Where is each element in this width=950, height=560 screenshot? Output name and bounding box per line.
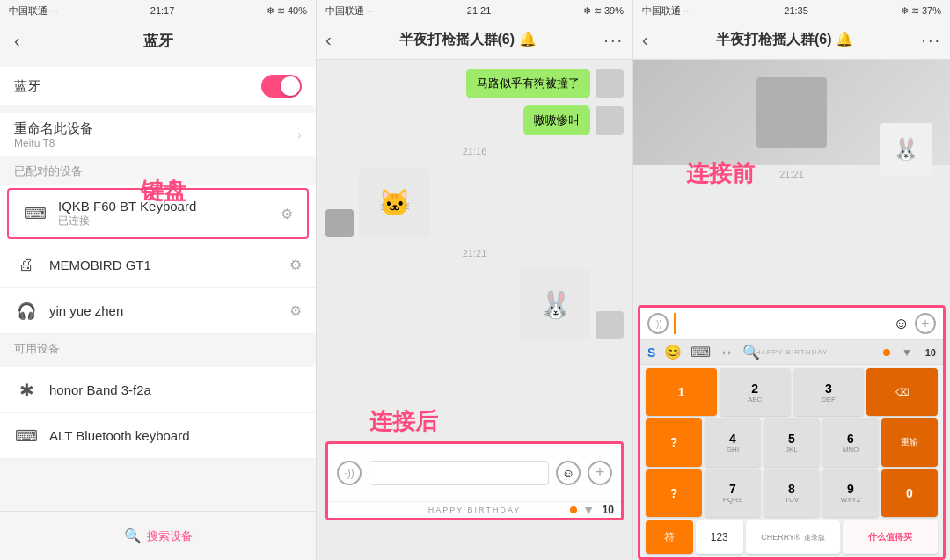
paired-device-row-3[interactable]: 🎧 yin yue zhen ⚙ <box>0 288 316 334</box>
keyboard-icon-2: ⌨ <box>14 424 39 448</box>
chat-more-3[interactable]: ··· <box>921 30 941 50</box>
search-label: 搜索设备 <box>147 528 193 544</box>
kb-key-num-5: 5 <box>788 432 795 446</box>
kb-key-3[interactable]: 3 DEF <box>793 368 865 416</box>
toggle-knob <box>281 76 300 96</box>
carrier-1: 中国联通 ··· <box>9 4 58 18</box>
back-button-3[interactable]: ‹ <box>642 30 648 50</box>
kb-key-2[interactable]: 2 ABC <box>720 368 791 416</box>
icons-3: ❄ ≋ 37% <box>901 5 941 17</box>
kb-key-num-9: 9 <box>847 482 854 496</box>
chat-title-3: 半夜打枪摇人群(6) 🔔 <box>648 31 922 49</box>
kb-row-1: 1 2 ABC 3 DEF ⌫ <box>646 368 938 416</box>
down-arrow-2: ▼ <box>582 503 595 517</box>
icons-1: ❄ ≋ 40% <box>267 5 307 17</box>
printer-icon: 🖨 <box>14 253 39 278</box>
kb-mic-btn[interactable]: ·)) <box>647 313 669 334</box>
kb-key-1[interactable]: 1 <box>646 368 717 416</box>
carrier-2: 中国联通 ··· <box>325 4 375 18</box>
kb-keys-area: 1 2 ABC 3 DEF ⌫ ? 4 <box>640 365 943 520</box>
kb-emoji-btn[interactable]: ☺ <box>894 315 910 333</box>
emoji-button-2[interactable]: ☺ <box>556 461 581 485</box>
kb-key-letters-2: ABC <box>748 396 762 404</box>
search-footer[interactable]: 🔍 搜索设备 <box>0 511 316 560</box>
keyboard-toolbar-icon[interactable]: ⌨ <box>691 344 711 360</box>
msg-row-2: 嗷嗷惨叫 <box>325 105 624 135</box>
profile-avatar <box>756 77 827 148</box>
chat-more-2[interactable]: ··· <box>603 30 624 50</box>
kb-key-q[interactable]: ? <box>646 418 702 466</box>
kb-key-8[interactable]: 8 TUV <box>764 469 820 517</box>
cursor-toolbar-icon[interactable]: ↔ <box>720 345 734 360</box>
cherry-sublabel: 速录版 <box>804 533 825 542</box>
input-row-2: ·)) ☺ + <box>328 444 621 501</box>
available-header: 可用设备 <box>0 334 316 360</box>
kb-key-9[interactable]: 9 WXYZ <box>822 469 879 517</box>
chat-before-panel: 中国联通 ··· 21:35 ❄ ≋ 37% ‹ 半夜打枪摇人群(6) 🔔 ··… <box>633 0 950 560</box>
rename-text: 重命名此设备 Meitu T8 <box>14 120 297 149</box>
msg-time-2: 21:21 <box>325 248 624 258</box>
kb-key-num-0: 0 <box>906 486 913 500</box>
retry-label: 重输 <box>901 436 918 448</box>
kb-backspace-key[interactable]: ⌫ <box>866 368 938 416</box>
kb-text-field[interactable] <box>674 313 888 334</box>
kb-key-letters-4: GHI <box>727 446 739 454</box>
kb-smzdm-key[interactable]: 什么值得买 <box>843 520 938 554</box>
kb-key-num-1: 1 <box>677 385 684 399</box>
num-10-2: 10 <box>603 504 614 516</box>
paired-device-row-2[interactable]: 🖨 MEMOBIRD GT1 ⚙ <box>0 243 316 288</box>
kb-key-num-q2: ? <box>670 486 678 500</box>
kb-key-letters-5: JKL <box>786 446 798 454</box>
kb-key-7[interactable]: 7 PQRS <box>705 469 761 517</box>
kb-123-key[interactable]: 123 <box>696 520 743 554</box>
kb-toolbar: S 😊 ⌨ ↔ 🔍 HAPPY BIRTHDAY ▼ 10 <box>640 340 943 365</box>
kb-key-letters-3: DEF <box>822 396 836 404</box>
kb-key-0[interactable]: 0 <box>881 469 938 517</box>
kb-key-6[interactable]: 6 MNO <box>822 418 879 466</box>
kb-key-5[interactable]: 5 JKL <box>764 418 820 466</box>
kb-retry-key[interactable]: 重输 <box>881 418 938 466</box>
kb-plus-btn[interactable]: + <box>915 313 936 334</box>
msg-bubble-2: 嗷嗷惨叫 <box>523 105 590 135</box>
keyboard-annotation: 键盘 <box>141 176 186 207</box>
device-status-1: 已连接 <box>58 214 281 229</box>
time-1: 21:17 <box>150 5 175 16</box>
rename-row[interactable]: 重命名此设备 Meitu T8 › <box>14 113 302 156</box>
bluetooth-header: ‹ 蓝牙 <box>0 21 316 60</box>
kb-key-num-6: 6 <box>847 432 854 446</box>
kb-key-num-7: 7 <box>729 482 736 496</box>
available-device-row-1[interactable]: ✱ honor Band 3-f2a <box>0 367 316 413</box>
available-devices-section: ✱ honor Band 3-f2a ⌨ ALT Bluetooth keybo… <box>0 367 316 459</box>
backspace-icon: ⌫ <box>895 387 910 398</box>
msg-time-1: 21:16 <box>325 146 624 156</box>
keyboard-icon-1: ⌨ <box>23 201 48 226</box>
time-3: 21:35 <box>784 5 808 16</box>
available-device-row-2[interactable]: ⌨ ALT Bluetooth keyboard <box>0 413 316 459</box>
kb-num: 10 <box>925 347 936 358</box>
paired-devices-section: ⌨ IQKB F60 BT Keyboard 已连接 ⚙ 🖨 MEMOBIRD … <box>0 185 316 334</box>
fu-label: 符 <box>664 530 675 545</box>
kb-down-arrow: ▼ <box>902 346 912 359</box>
device-info-3: yin yue zhen <box>49 303 289 318</box>
mic-button-2[interactable]: ·)) <box>337 461 362 485</box>
bluetooth-icon-1: ✱ <box>14 378 39 403</box>
kb-fu-key[interactable]: 符 <box>646 520 693 554</box>
plus-button-2[interactable]: + <box>588 461 612 485</box>
sticker-left-img: 🐱 <box>359 167 429 237</box>
back-button-2[interactable]: ‹ <box>325 30 332 50</box>
device-settings-3[interactable]: ⚙ <box>289 302 302 319</box>
chat-text-input-2[interactable] <box>369 461 549 485</box>
avatar-1 <box>596 69 624 98</box>
icons-2: ❄ ≋ 39% <box>583 5 624 17</box>
kb-key-4[interactable]: 4 GHI <box>705 418 761 466</box>
kb-row-2: ? 4 GHI 5 JKL 6 MNO 重输 <box>646 418 938 466</box>
device-name-2: MEMOBIRD GT1 <box>49 258 289 273</box>
bluetooth-toggle[interactable] <box>261 75 302 98</box>
sticker-right: 🐰 <box>325 269 624 339</box>
emoji-toolbar-icon[interactable]: 😊 <box>664 344 682 360</box>
kb-key-q2[interactable]: ? <box>646 469 702 517</box>
device-settings-2[interactable]: ⚙ <box>289 257 302 273</box>
device-settings-1[interactable]: ⚙ <box>281 206 293 222</box>
kb-key-letters-8: TUV <box>785 496 799 504</box>
back-button-1[interactable]: ‹ <box>14 31 20 51</box>
